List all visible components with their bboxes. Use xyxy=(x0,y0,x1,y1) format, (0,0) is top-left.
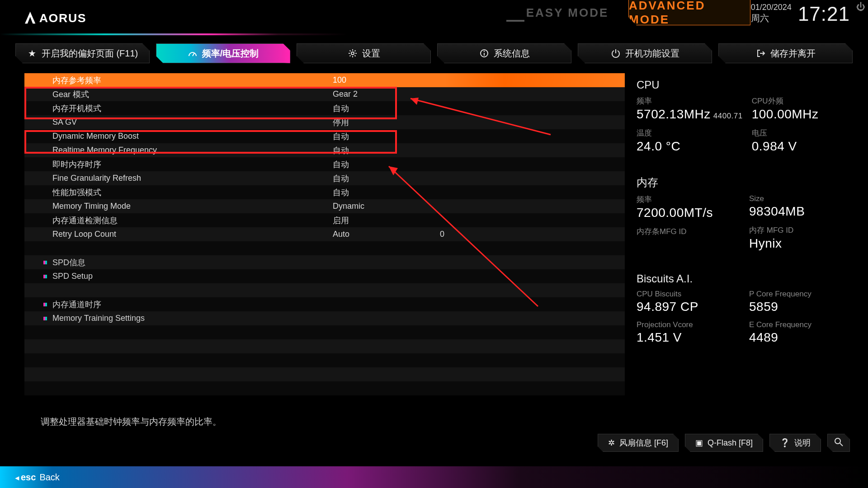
settings-panel: 内存参考频率100Gear 模式Gear 2内存开机模式自动SA GV停用Dyn… xyxy=(24,73,625,395)
search-button[interactable] xyxy=(827,434,850,452)
footer: esc Back xyxy=(0,466,868,488)
setting-row[interactable]: 内存参考频率100 xyxy=(24,73,625,87)
datetime: 01/20/2024 周六 17:21 xyxy=(751,3,850,25)
date-text: 01/20/2024 xyxy=(751,3,792,13)
mem-size-label: Size xyxy=(749,194,853,203)
power-icon[interactable]: ⏻ xyxy=(856,2,865,12)
setting-label: Fine Granularity Refresh xyxy=(52,174,333,183)
help-text: 调整处理器基础时钟频率与内存频率的比率。 xyxy=(41,416,222,428)
setting-row[interactable]: Retry Loop CountAuto0 xyxy=(24,227,625,241)
svg-text:AORUS: AORUS xyxy=(39,11,87,25)
nav-label: 开机功能设置 xyxy=(625,47,679,60)
nav-label: 开启我的偏好页面 (F11) xyxy=(42,47,138,60)
btn-label: Q-Flash [F8] xyxy=(708,438,753,448)
setting-label: 性能加强模式 xyxy=(52,187,333,198)
setting-row[interactable]: 内存通道检测信息启用 xyxy=(24,213,625,227)
submenu-row[interactable]: Memory Training Settings xyxy=(24,311,625,325)
submenu-label: SPD Setup xyxy=(52,272,333,281)
nav-label: 设置 xyxy=(362,47,380,60)
setting-row[interactable]: Fine Granularity Refresh自动 xyxy=(24,171,625,185)
spacer-row xyxy=(24,283,625,297)
cpu-bclk-label: CPU外频 xyxy=(752,96,853,106)
nav-save-exit[interactable]: 储存并离开 xyxy=(718,43,853,63)
nav-favorites[interactable]: ★ 开启我的偏好页面 (F11) xyxy=(15,43,150,63)
setting-row[interactable]: Gear 模式Gear 2 xyxy=(24,87,625,101)
ai-group: Biscuits A.I. CPU Biscuits 94.897 CP Pro… xyxy=(637,272,853,351)
cpu-bclk-value: 100.00MHz xyxy=(752,107,853,122)
nav-boot[interactable]: 开机功能设置 xyxy=(578,43,712,63)
exit-icon xyxy=(756,48,766,58)
setting-label: Retry Loop Count xyxy=(52,230,333,239)
cpu-volt-value: 0.984 V xyxy=(752,139,853,154)
mem-size-value: 98304MB xyxy=(749,204,853,219)
setting-row[interactable]: Memory Timing ModeDynamic xyxy=(24,199,625,213)
setting-row[interactable]: SA GV停用 xyxy=(24,115,625,129)
setting-label: Dynamic Memory Boost xyxy=(52,131,333,141)
mode-tab-advanced[interactable]: ADVANCED MODE xyxy=(628,0,750,25)
empty-row xyxy=(24,325,625,339)
chip-icon: ▣ xyxy=(695,438,703,448)
submenu-label: 内存通道时序 xyxy=(52,299,333,310)
setting-row[interactable]: Dynamic Memory Boost自动 xyxy=(24,129,625,143)
nav-system-info[interactable]: 系统信息 xyxy=(437,43,571,63)
bottom-buttons: ✲ 风扇信息 [F6] ▣ Q-Flash [F8] ❔ 说明 xyxy=(598,434,850,452)
submenu-row[interactable]: SPD Setup xyxy=(24,269,625,283)
nav-settings[interactable]: 设置 xyxy=(297,43,431,63)
time-text: 17:21 xyxy=(798,3,850,25)
nav-tweaker[interactable]: 频率/电压控制 xyxy=(156,43,290,63)
setting-label: Memory Timing Mode xyxy=(52,202,333,211)
ai-pcore-label: P Core Frequency xyxy=(749,290,853,299)
mem-mfg2-value: Hynix xyxy=(749,236,853,251)
fan-info-button[interactable]: ✲ 风扇信息 [F6] xyxy=(598,434,679,452)
mem-freq-value: 7200.00MT/s xyxy=(637,206,740,220)
esc-back-button[interactable]: esc Back xyxy=(15,472,60,483)
setting-value: 自动 xyxy=(333,103,349,114)
empty-row xyxy=(24,339,625,353)
mode-tab-easy[interactable]: EASY MODE xyxy=(506,0,628,25)
ai-ecore-label: E Core Frequency xyxy=(749,320,853,329)
memory-group: 内存 频率 7200.00MT/s 内存条MFG ID Size 98304MB… xyxy=(637,175,853,257)
cpu-temp-value: 24.0 °C xyxy=(637,139,743,154)
empty-row xyxy=(24,367,625,381)
svg-point-5 xyxy=(483,51,485,52)
setting-value: Gear 2 xyxy=(333,89,358,99)
spacer-row xyxy=(24,241,625,255)
setting-label: 内存通道检测信息 xyxy=(52,215,333,226)
setting-value: 自动 xyxy=(333,159,349,170)
help-button[interactable]: ❔ 说明 xyxy=(769,434,821,452)
setting-row[interactable]: 性能加强模式自动 xyxy=(24,185,625,199)
submenu-row[interactable]: 内存通道时序 xyxy=(24,297,625,311)
mode-tabs: EASY MODE ADVANCED MODE xyxy=(506,0,750,25)
back-label: Back xyxy=(39,472,59,483)
setting-row[interactable]: 内存开机模式自动 xyxy=(24,101,625,115)
setting-value: 自动 xyxy=(333,145,349,156)
setting-value: Auto xyxy=(333,230,349,239)
setting-row[interactable]: 即时内存时序自动 xyxy=(24,157,625,171)
header-divider xyxy=(0,33,868,35)
cpu-freq-label: 频率 xyxy=(637,96,743,106)
cpu-freq-value: 5702.13MHz4400.71 xyxy=(637,107,743,122)
mem-mfg2-label: 内存 MFG ID xyxy=(749,225,853,235)
nav-label: 储存并离开 xyxy=(770,47,816,60)
cpu-title: CPU xyxy=(637,79,853,91)
star-icon: ★ xyxy=(27,48,37,58)
top-nav: ★ 开启我的偏好页面 (F11) 频率/电压控制 设置 系统信息 开机功能设置 … xyxy=(0,35,868,63)
svg-point-2 xyxy=(351,52,354,55)
esc-key-label: esc xyxy=(15,472,36,483)
setting-value: 自动 xyxy=(333,187,349,198)
empty-row xyxy=(24,353,625,367)
search-icon xyxy=(834,437,843,449)
submenu-label: Memory Training Settings xyxy=(52,314,333,323)
qflash-button[interactable]: ▣ Q-Flash [F8] xyxy=(685,434,763,452)
svg-point-11 xyxy=(835,438,840,444)
weekday-text: 周六 xyxy=(751,13,792,23)
svg-line-12 xyxy=(840,443,843,446)
settings-list: 内存参考频率100Gear 模式Gear 2内存开机模式自动SA GV停用Dyn… xyxy=(24,73,625,395)
setting-row[interactable]: Realtime Memory Frequency自动 xyxy=(24,143,625,157)
ai-title: Biscuits A.I. xyxy=(637,272,853,285)
ai-cpub-label: CPU Biscuits xyxy=(637,290,740,299)
submenu-row[interactable]: SPD信息 xyxy=(24,255,625,269)
help-icon: ❔ xyxy=(780,438,790,448)
brand-logo: AORUS xyxy=(23,9,113,27)
header: AORUS EASY MODE ADVANCED MODE ⏻ 01/20/20… xyxy=(0,0,868,35)
